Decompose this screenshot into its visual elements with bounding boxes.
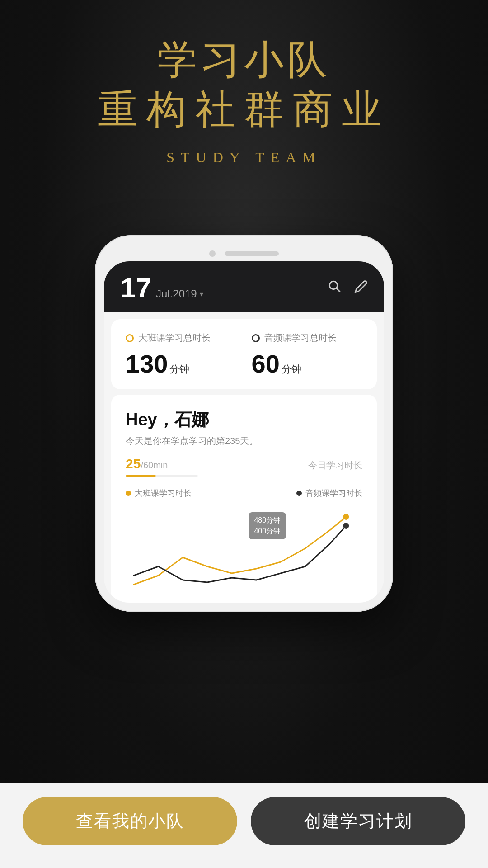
edit-icon[interactable] [354, 278, 368, 297]
stats-label-1: 大班课学习总时长 [138, 332, 211, 344]
stats-num-1: 130 [126, 351, 168, 377]
hero-section: 学习小队 重构社群商业 STUDY TEAM [0, 36, 488, 166]
header-month: Jul.2019 ▾ [156, 288, 203, 300]
stats-unit-2: 分钟 [282, 363, 301, 376]
stats-label-row-2: 音频课学习总时长 [252, 332, 363, 344]
phone-top-bar [104, 244, 384, 261]
chart-svg [126, 503, 362, 603]
stats-label-row-1: 大班课学习总时长 [126, 332, 237, 344]
screen-header: 17 Jul.2019 ▾ [104, 261, 384, 312]
legend-yellow-dot [126, 491, 131, 496]
stats-num-2: 60 [252, 351, 280, 377]
stats-item-audio: 音频课学习总时长 60 分钟 [237, 332, 363, 377]
legend-audio-label: 音频课学习时长 [305, 488, 362, 499]
stats-card: 大班课学习总时长 130 分钟 音频课学习总时长 60 分钟 [111, 319, 377, 389]
stats-item-class: 大班课学习总时长 130 分钟 [126, 332, 237, 377]
date-section: 17 Jul.2019 ▾ [120, 274, 203, 302]
svg-point-2 [343, 514, 349, 520]
header-actions [327, 278, 368, 297]
stats-value-row-2: 60 分钟 [252, 351, 363, 377]
view-team-button[interactable]: 查看我的小队 [23, 797, 237, 845]
chart-legend: 大班课学习时长 音频课学习时长 [126, 488, 362, 499]
tooltip-line1: 480分钟 [254, 515, 281, 526]
header-day: 17 [120, 274, 151, 302]
bottom-bar: 查看我的小队 创建学习计划 [0, 783, 488, 868]
phone-outer: 17 Jul.2019 ▾ [95, 235, 393, 612]
legend-audio: 音频课学习时长 [296, 488, 362, 499]
hero-subtitle: STUDY TEAM [0, 149, 488, 166]
chart-area: 480分钟 400分钟 [126, 503, 362, 603]
greeting-subtitle: 今天是你在学点学习的第235天。 [126, 435, 362, 447]
progress-row: 25/60min 今日学习时长 [126, 456, 362, 472]
yellow-dot-icon [126, 334, 134, 342]
create-plan-button[interactable]: 创建学习计划 [251, 797, 465, 845]
tooltip-line2: 400分钟 [254, 526, 281, 537]
legend-class-label: 大班课学习时长 [135, 488, 192, 499]
dropdown-arrow-icon: ▾ [200, 290, 203, 298]
progress-label: 今日学习时长 [308, 459, 362, 472]
legend-class: 大班课学习时长 [126, 488, 192, 499]
progress-value: 25/60min [126, 456, 168, 472]
phone-screen: 17 Jul.2019 ▾ [104, 261, 384, 603]
speaker [225, 251, 279, 256]
hero-title-2: 重构社群商业 [0, 84, 488, 136]
hey-card: Hey，石娜 今天是你在学点学习的第235天。 25/60min 今日学习时长 … [111, 395, 377, 603]
svg-line-1 [337, 288, 340, 292]
progress-bar-bg [126, 475, 198, 477]
search-icon[interactable] [327, 278, 342, 297]
greeting-title: Hey，石娜 [126, 408, 362, 431]
black-dot-icon [252, 334, 260, 342]
legend-black-dot [296, 491, 302, 496]
stats-label-2: 音频课学习总时长 [264, 332, 337, 344]
svg-point-3 [343, 523, 349, 529]
chart-tooltip: 480分钟 400分钟 [249, 512, 286, 539]
phone-mockup: 17 Jul.2019 ▾ [95, 235, 393, 612]
front-camera [209, 250, 216, 257]
stats-value-row-1: 130 分钟 [126, 351, 237, 377]
stats-unit-1: 分钟 [169, 363, 189, 376]
progress-bar-fill [126, 475, 156, 477]
hero-title-1: 学习小队 [0, 36, 488, 84]
